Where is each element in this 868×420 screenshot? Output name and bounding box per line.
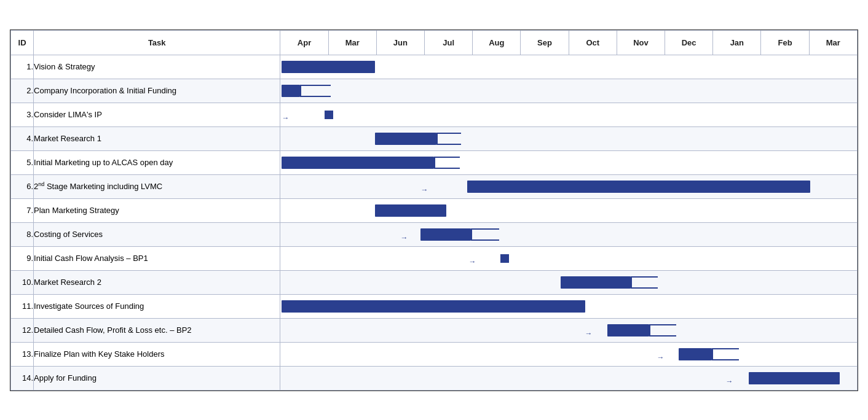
bar-6 (467, 181, 810, 193)
bar-12a (607, 324, 649, 336)
task-id-8: 8. (11, 222, 34, 246)
task-row-4: 4. Market Research 1 (11, 126, 858, 150)
task-chart-7 (280, 198, 858, 222)
header-dec: Dec (665, 30, 713, 55)
task-label-2: Company Incorporation & Initial Funding (34, 79, 280, 103)
task-row-14: 14. Apply for Funding → (11, 366, 858, 390)
task-row-3: 3. Consider LIMA's IP → (11, 103, 858, 126)
chart-area-14: → (280, 367, 857, 390)
task-id-4: 4. (11, 126, 34, 150)
bar-13a (679, 348, 712, 360)
task-row-7: 7. Plan Marketing Strategy (11, 198, 858, 222)
task-chart-12: → (280, 318, 858, 342)
header-jun: Jun (376, 30, 424, 55)
task-chart-2 (280, 79, 858, 103)
task-chart-10 (280, 270, 858, 294)
chart-area-2 (280, 79, 857, 103)
chart-area-12: → (280, 319, 857, 342)
arrow-9: → (468, 257, 476, 266)
chart-area-11 (280, 295, 857, 318)
header-jan: Jan (713, 30, 761, 55)
arrow-14: → (725, 377, 733, 386)
gantt-chart: ID Task Apr Mar Jun Jul Aug Sep Oct Nov … (10, 29, 858, 391)
chart-area-10 (280, 271, 857, 294)
header-aug: Aug (473, 30, 521, 55)
task-row-10: 10. Market Research 2 (11, 270, 858, 294)
bar-2a (282, 85, 300, 97)
arrow-13: → (657, 353, 664, 362)
milestone-9 (500, 254, 509, 263)
task-label-4: Market Research 1 (34, 126, 280, 150)
task-chart-5 (280, 150, 858, 174)
task-label-14: Apply for Funding (34, 366, 280, 390)
chart-area-4 (280, 127, 857, 150)
task-chart-1 (280, 55, 858, 79)
task-label-12: Detailed Cash Flow, Profit & Loss etc. –… (34, 318, 280, 342)
task-label-1: Vision & Strategy (34, 55, 280, 79)
header-apr: Apr (280, 30, 328, 55)
bar-4a (375, 133, 436, 145)
chart-area-7 (280, 199, 857, 222)
task-id-5: 5. (11, 150, 34, 174)
task-label-5: Initial Marketing up to ALCAS open day (34, 150, 280, 174)
header-oct: Oct (569, 30, 617, 55)
task-label-8: Costing of Services (34, 222, 280, 246)
chart-area-1 (280, 55, 857, 79)
arrow-3: → (282, 114, 289, 122)
task-label-3: Consider LIMA's IP (34, 103, 280, 126)
task-label-6: 2nd Stage Marketing including LVMC (34, 174, 280, 198)
task-row-1: 1. Vision & Strategy (11, 55, 858, 79)
task-id-1: 1. (11, 55, 34, 79)
bar-1 (282, 61, 375, 73)
task-chart-11 (280, 294, 858, 318)
header-feb: Feb (761, 30, 809, 55)
task-id-9: 9. (11, 246, 34, 270)
task-id-3: 3. (11, 103, 34, 126)
bar-5b (434, 157, 460, 169)
bar-5a (282, 157, 434, 169)
task-row-6: 6. 2nd Stage Marketing including LVMC → (11, 174, 858, 198)
task-id-2: 2. (11, 79, 34, 103)
task-id-6: 6. (11, 174, 34, 198)
task-label-11: Investigate Sources of Funding (34, 294, 280, 318)
task-row-13: 13. Finalize Plan with Key Stake Holders… (11, 342, 858, 366)
chart-area-3: → (280, 103, 857, 126)
bar-13b (712, 348, 739, 360)
task-row-11: 11. Investigate Sources of Funding (11, 294, 858, 318)
bar-11 (282, 300, 585, 313)
task-chart-4 (280, 126, 858, 150)
chart-area-13: → (280, 343, 857, 366)
chart-area-8: → (280, 223, 857, 246)
header-mar1: Mar (328, 30, 376, 55)
bar-10a (561, 276, 631, 289)
header-nov: Nov (617, 30, 665, 55)
bar-8b (471, 228, 499, 241)
task-id-7: 7. (11, 198, 34, 222)
task-chart-6: → (280, 174, 858, 198)
header-mar2: Mar (809, 30, 857, 55)
task-label-13: Finalize Plan with Key Stake Holders (34, 342, 280, 366)
task-chart-14: → (280, 366, 858, 390)
header-task: Task (34, 30, 280, 55)
task-row-9: 9. Initial Cash Flow Analysis – BP1 → (11, 246, 858, 270)
task-id-12: 12. (11, 318, 34, 342)
task-id-13: 13. (11, 342, 34, 366)
arrow-12: → (585, 329, 592, 338)
bar-12b (649, 324, 676, 336)
chart-area-9: → (280, 247, 857, 270)
arrow-8: → (400, 233, 408, 242)
task-row-8: 8. Costing of Services → (11, 222, 858, 246)
task-id-11: 11. (11, 294, 34, 318)
header-sep: Sep (521, 30, 569, 55)
arrow-6: → (420, 185, 428, 194)
chart-area-6: → (280, 175, 857, 198)
task-chart-9: → (280, 246, 858, 270)
task-chart-3: → (280, 103, 858, 126)
task-chart-8: → (280, 222, 858, 246)
task-label-7: Plan Marketing Strategy (34, 198, 280, 222)
task-row-2: 2. Company Incorporation & Initial Fundi… (11, 79, 858, 103)
bar-14 (749, 372, 840, 384)
task-chart-13: → (280, 342, 858, 366)
task-id-10: 10. (11, 270, 34, 294)
bar-4b (436, 133, 461, 145)
